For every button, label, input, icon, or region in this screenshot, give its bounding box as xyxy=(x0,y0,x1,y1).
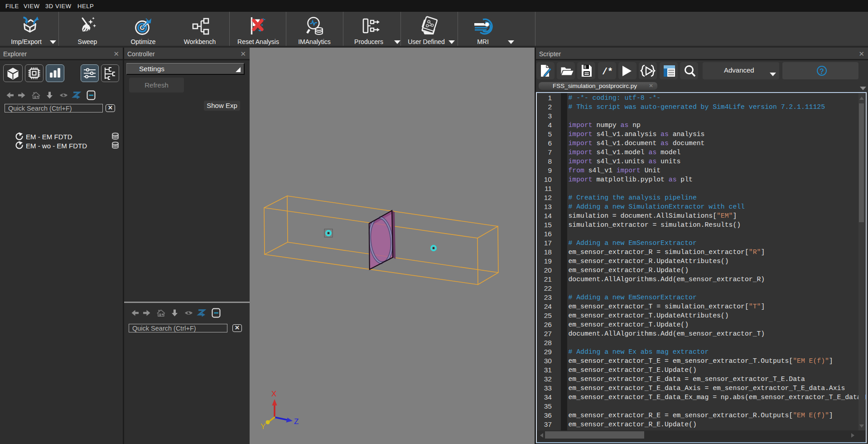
svg-text:X: X xyxy=(271,390,276,398)
svg-text:/*: /* xyxy=(602,67,613,77)
svg-text:Z: Z xyxy=(294,417,299,426)
svg-text:Y: Y xyxy=(260,422,265,431)
